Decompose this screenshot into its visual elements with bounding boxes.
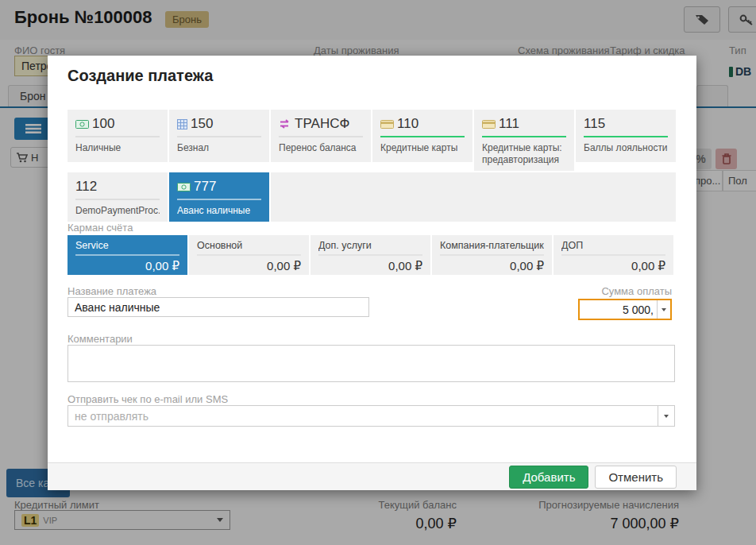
payment-method-name: Наличные bbox=[75, 142, 160, 154]
payment-methods-row-2: 112 DemoPaymentProc... 777 bbox=[68, 172, 676, 222]
cash-icon bbox=[75, 120, 89, 129]
cash-icon bbox=[177, 183, 191, 191]
pocket-section-label: Карман счёта bbox=[68, 222, 133, 234]
payment-method-number: 112 bbox=[75, 179, 97, 195]
payment-method-name: Аванс наличные bbox=[177, 205, 261, 217]
payment-method-underline bbox=[279, 136, 363, 137]
amount-input[interactable]: 5 000, bbox=[578, 299, 672, 320]
payment-method-tile[interactable]: 100 Наличные bbox=[68, 110, 168, 162]
pocket-amount: 0,00 ₽ bbox=[75, 259, 179, 273]
receipt-label: Отправить чек по e-mail или SMS bbox=[68, 393, 228, 405]
pocket-underline bbox=[197, 254, 301, 256]
pocket-underline bbox=[561, 254, 665, 256]
payment-method-underline bbox=[584, 136, 668, 137]
payment-method-underline bbox=[177, 136, 261, 137]
payment-method-code: 111 bbox=[482, 116, 566, 132]
payment-method-number: 777 bbox=[194, 179, 216, 195]
payment-method-underline bbox=[75, 199, 160, 200]
payment-method-code: 777 bbox=[177, 179, 261, 195]
modal-footer: Добавить Отменить bbox=[48, 462, 696, 490]
cancel-button[interactable]: Отменить bbox=[595, 466, 677, 489]
pocket-amount: 0,00 ₽ bbox=[197, 259, 301, 273]
payment-method-underline bbox=[75, 136, 160, 137]
payment-method-name: DemoPaymentProc... bbox=[75, 205, 160, 217]
payment-method-tile[interactable]: 112 DemoPaymentProc... bbox=[68, 172, 168, 222]
receipt-selected-option: не отправлять bbox=[68, 410, 658, 423]
methods-row-filler bbox=[271, 172, 676, 222]
pocket-row: Service 0,00 ₽ Основной 0,00 ₽ Доп. услу… bbox=[68, 235, 674, 275]
pocket-underline bbox=[75, 254, 179, 256]
payment-method-underline bbox=[380, 136, 465, 137]
modal-title: Создание платежа bbox=[68, 67, 213, 85]
pocket-name: Service bbox=[75, 240, 179, 251]
add-button[interactable]: Добавить bbox=[509, 466, 588, 489]
payment-name-label: Название платежа bbox=[68, 285, 156, 297]
comments-label: Комментарии bbox=[68, 333, 133, 345]
comments-textarea[interactable] bbox=[68, 345, 675, 382]
payment-method-number: 115 bbox=[584, 116, 605, 132]
payment-method-name: Кредитные карты: предавторизация bbox=[482, 142, 566, 166]
payment-method-code: 100 bbox=[75, 116, 160, 132]
payment-method-number: 111 bbox=[499, 116, 519, 132]
pocket-amount: 0,00 ₽ bbox=[561, 259, 665, 273]
payment-method-tile[interactable]: 115 Баллы лояльности bbox=[576, 110, 676, 162]
payment-method-name: Кредитные карты bbox=[380, 142, 465, 154]
payment-method-number: 150 bbox=[191, 116, 213, 132]
payment-method-code: 150 bbox=[177, 116, 261, 132]
payment-method-code: 115 bbox=[584, 116, 668, 132]
pocket-underline bbox=[318, 254, 422, 256]
pocket-tile[interactable]: Основной 0,00 ₽ bbox=[189, 235, 309, 275]
chevron-down-icon bbox=[662, 308, 666, 311]
pocket-name: Компания-плательщик bbox=[440, 240, 544, 251]
amount-value: 5 000, bbox=[580, 300, 657, 319]
payment-method-tile[interactable]: ТРАНСФ Перенос баланса bbox=[271, 110, 371, 162]
payment-method-tile[interactable]: 777 Аванс наличные bbox=[169, 172, 269, 222]
payment-method-name: Перенос баланса bbox=[279, 142, 363, 154]
pocket-name: ДОП bbox=[561, 240, 665, 251]
pocket-tile[interactable]: Service 0,00 ₽ bbox=[68, 235, 187, 275]
amount-dropdown-button[interactable] bbox=[657, 300, 670, 319]
receipt-dropdown-button[interactable] bbox=[658, 406, 674, 426]
receipt-select[interactable]: не отправлять bbox=[68, 405, 675, 427]
pocket-underline bbox=[440, 254, 544, 256]
transfer-icon bbox=[279, 119, 291, 129]
pocket-tile[interactable]: ДОП 0,00 ₽ bbox=[554, 235, 673, 275]
pocket-name: Доп. услуги bbox=[318, 240, 422, 251]
payment-method-tile[interactable]: 110 Кредитные карты bbox=[372, 110, 472, 162]
payment-method-number: 100 bbox=[92, 116, 114, 132]
bank-icon bbox=[177, 119, 187, 129]
pocket-name: Основной bbox=[197, 240, 301, 251]
pocket-amount: 0,00 ₽ bbox=[318, 259, 422, 273]
credit-card-icon bbox=[482, 120, 496, 129]
chevron-down-icon bbox=[664, 415, 669, 418]
pocket-tile[interactable]: Компания-плательщик 0,00 ₽ bbox=[432, 235, 552, 275]
credit-card-icon bbox=[380, 120, 394, 129]
payment-method-name: Баллы лояльности bbox=[584, 142, 668, 154]
payment-method-code: 110 bbox=[380, 116, 465, 132]
payment-method-number: 110 bbox=[397, 116, 418, 132]
payment-method-name: Безнал bbox=[177, 142, 261, 154]
amount-label: Сумма оплаты bbox=[540, 285, 672, 297]
payment-methods-panel: 100 Наличные 150 Безнал bbox=[68, 110, 676, 223]
payment-method-code: 112 bbox=[75, 179, 160, 195]
create-payment-modal: Создание платежа 100 Наличные bbox=[48, 56, 696, 490]
payment-name-input[interactable] bbox=[68, 297, 369, 317]
payment-method-number: ТРАНСФ bbox=[295, 116, 349, 132]
payment-method-tile[interactable]: 150 Безнал bbox=[169, 110, 269, 162]
payment-methods-row-1: 100 Наличные 150 Безнал bbox=[68, 110, 676, 171]
payment-method-tile[interactable]: 111 Кредитные карты: предавторизация bbox=[474, 110, 574, 171]
payment-method-underline bbox=[177, 199, 261, 200]
payment-method-code: ТРАНСФ bbox=[279, 116, 363, 132]
pocket-amount: 0,00 ₽ bbox=[440, 259, 544, 273]
pocket-tile[interactable]: Доп. услуги 0,00 ₽ bbox=[310, 235, 430, 275]
payment-method-underline bbox=[482, 136, 566, 137]
